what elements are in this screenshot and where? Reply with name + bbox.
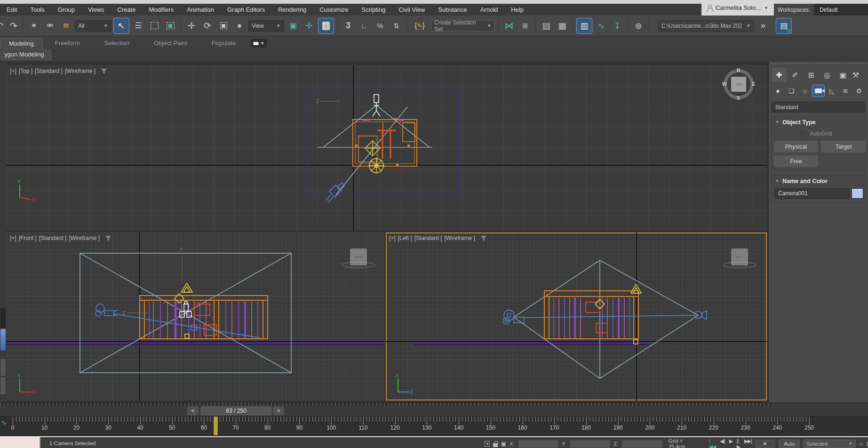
camera-type-dropdown[interactable]: Standard xyxy=(772,102,865,112)
viewport-menu-shading[interactable]: [Wireframe ] xyxy=(69,235,99,241)
percent-snap-toggle-icon[interactable]: % xyxy=(373,18,387,33)
viewport-menu-style[interactable]: [Standard ] xyxy=(39,235,67,241)
y-coordinate-field[interactable] xyxy=(570,440,611,448)
absolute-mode-icon[interactable]: ▣ xyxy=(501,440,506,447)
target-camera-button[interactable]: Target xyxy=(821,141,866,152)
select-and-place-icon[interactable]: ● xyxy=(232,18,247,33)
viewport-menu-general[interactable]: [+] xyxy=(389,235,396,241)
select-object-button[interactable]: ↖ xyxy=(113,18,129,34)
align-icon[interactable]: ≣ xyxy=(518,18,532,33)
layout-tab[interactable] xyxy=(0,377,6,394)
previous-key-icon[interactable]: ◀|| xyxy=(720,438,725,448)
undo-icon[interactable]: ↶ xyxy=(0,18,6,33)
category-cameras[interactable] xyxy=(812,85,825,97)
category-systems[interactable]: ⚙ xyxy=(852,85,865,97)
ribbon-minimize-dropdown[interactable]: ▼ xyxy=(251,39,267,48)
workspace-dropdown[interactable]: Default xyxy=(814,4,868,16)
current-frame-marker[interactable] xyxy=(214,416,218,435)
unlink-selection-icon[interactable]: ⚮ xyxy=(43,18,57,33)
key-filters-dropdown[interactable]: Selected ▼ xyxy=(803,440,856,448)
menu-item[interactable]: Animation xyxy=(180,6,221,13)
named-selection-set-combo[interactable]: Create Selection Set▼ xyxy=(431,20,495,32)
keyboard-shortcut-override-toggle[interactable]: ↑ xyxy=(318,18,334,34)
select-by-name-icon[interactable]: ☰ xyxy=(131,18,145,33)
free-camera-button[interactable]: Free xyxy=(774,155,818,167)
track-bar-ruler[interactable]: ∿ 01020304050607080901001101201301401501… xyxy=(0,416,868,436)
rectangular-selection-region-icon[interactable] xyxy=(147,18,161,33)
menu-item[interactable]: Substance xyxy=(431,6,473,13)
layout-tab[interactable] xyxy=(0,308,6,328)
x-coordinate-field[interactable] xyxy=(518,440,559,448)
go-to-start-icon[interactable]: |◀◀ xyxy=(709,438,716,448)
target-object[interactable] xyxy=(373,95,380,116)
maxscript-mini-listener[interactable] xyxy=(0,437,40,448)
render-setup-icon[interactable]: ⊛ xyxy=(631,18,645,33)
menu-item[interactable]: Help xyxy=(504,6,530,13)
viewport-menu-shading[interactable]: [Wireframe ] xyxy=(444,235,475,241)
category-lights[interactable]: ☼ xyxy=(798,85,811,97)
left-viewport-scene[interactable] xyxy=(386,232,767,400)
ribbon-tab-modeling[interactable]: Modeling xyxy=(0,38,43,49)
scene-explorer-icon[interactable]: ▤ xyxy=(539,18,553,33)
reference-coordinate-system-dropdown[interactable]: View▼ xyxy=(248,20,284,32)
category-helpers[interactable]: ◺ xyxy=(826,85,838,97)
tab-display[interactable]: ▣ xyxy=(836,68,851,82)
redo-icon[interactable]: ↷ xyxy=(8,18,20,33)
tab-utilities[interactable]: ⚒ xyxy=(852,68,860,82)
category-shapes[interactable]: ❏ xyxy=(785,85,798,97)
menu-item[interactable]: Edit xyxy=(0,6,24,13)
camera-icon-secondary[interactable] xyxy=(694,311,707,320)
menu-item[interactable]: Group xyxy=(51,6,81,13)
selection-lock-icon[interactable] xyxy=(493,443,497,447)
layout-tab-active[interactable] xyxy=(0,329,6,351)
tab-create[interactable]: ✚ xyxy=(772,68,787,82)
select-and-rotate-icon[interactable]: ⟳ xyxy=(200,18,215,33)
save-file-icon[interactable]: ▤◷ xyxy=(776,18,792,34)
layer-explorer-icon[interactable]: ▦ xyxy=(555,18,569,33)
tab-hierarchy[interactable]: ⊞ xyxy=(804,68,819,82)
menu-item[interactable]: Create xyxy=(111,6,142,13)
front-viewport-scene[interactable]: Y xyxy=(7,232,384,400)
category-geometry[interactable]: ● xyxy=(772,85,784,97)
viewcube[interactable]: TOP N S W E xyxy=(724,69,754,99)
menu-item[interactable]: Customize xyxy=(313,6,355,13)
object-color-swatch[interactable] xyxy=(852,188,863,199)
tab-modify[interactable]: ✐ xyxy=(788,68,803,82)
viewport-menu-style[interactable]: [Standard ] xyxy=(414,235,442,241)
key-mode-toggle[interactable] xyxy=(755,440,775,448)
viewport-filter-funnel-icon[interactable] xyxy=(101,68,107,74)
menu-item[interactable]: Tools xyxy=(24,6,51,13)
menu-item[interactable]: Arnold xyxy=(474,6,505,13)
go-to-end-icon[interactable]: ▶▶| xyxy=(744,438,752,448)
panel-drag-grip[interactable] xyxy=(771,63,866,65)
bind-to-spacewarp-icon[interactable]: ≋ xyxy=(59,18,73,33)
menu-item[interactable]: Modifiers xyxy=(142,6,180,13)
ribbon-tab-populate[interactable]: Populate xyxy=(199,38,248,49)
viewport-menu-pov[interactable]: [Left ] xyxy=(398,235,412,241)
viewport-menu-pov[interactable]: [Top ] xyxy=(19,68,32,74)
viewport-menu-shading[interactable]: [Wireframe ] xyxy=(65,68,96,74)
angle-snap-toggle-icon[interactable]: ∟ xyxy=(357,18,371,33)
viewport-filter-funnel-icon[interactable] xyxy=(105,235,111,241)
project-folder-dropdown[interactable]: C:\Users\carme...s\3ds Max 202▼ xyxy=(658,20,754,32)
viewcube-face[interactable]: TOP xyxy=(731,77,746,92)
play-icon[interactable]: ▶ xyxy=(729,438,733,448)
previous-frame-button[interactable]: < xyxy=(187,406,199,416)
select-and-move-icon[interactable]: ✛ xyxy=(184,18,199,33)
viewport-menu-general[interactable]: [+] xyxy=(10,235,16,241)
auto-key-button[interactable]: Auto xyxy=(779,440,800,448)
z-coordinate-field[interactable] xyxy=(621,440,662,448)
top-viewport-scene[interactable]: Z xyxy=(7,65,767,231)
select-and-link-icon[interactable]: ⚭ xyxy=(27,18,41,33)
toggle-ribbon-icon[interactable]: ▥ xyxy=(576,18,592,34)
menu-item[interactable]: Views xyxy=(81,6,111,13)
menu-item[interactable]: Graph Editors xyxy=(221,6,271,13)
camera-icon[interactable] xyxy=(96,304,118,316)
viewport-front[interactable]: [+] [Front ] [Standard ] [Wireframe ] Y xyxy=(7,232,384,400)
ribbon-tab-selection[interactable]: Selection xyxy=(92,38,142,49)
menu-item[interactable]: Civil View xyxy=(392,6,431,13)
select-and-manipulate-icon[interactable]: ✛ xyxy=(302,18,316,33)
select-and-scale-icon[interactable] xyxy=(216,18,231,33)
selection-filter-dropdown[interactable]: All▼ xyxy=(75,20,111,32)
signed-in-user[interactable]: Carmelita Solo... ▼ xyxy=(701,0,774,16)
